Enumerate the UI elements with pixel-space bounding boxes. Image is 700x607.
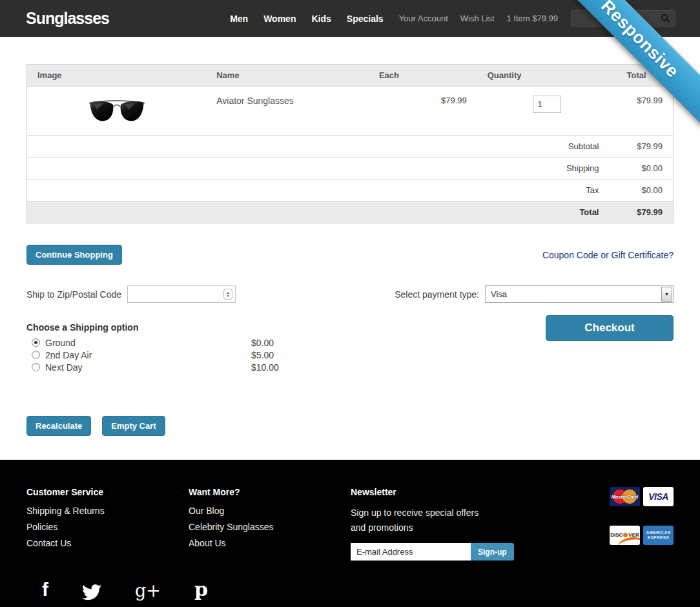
footer-want-more: Want More? Our Blog Celebrity Sunglasses… <box>189 487 351 561</box>
payment-type-label: Select payment type: <box>395 289 479 300</box>
footer-link-shipping-returns[interactable]: Shipping & Returns <box>26 506 189 516</box>
nav-men[interactable]: Men <box>230 14 248 24</box>
subtotal-value: $79.99 <box>616 136 673 158</box>
subtotal-label: Subtotal <box>27 136 617 158</box>
shipping-option-price: $5.00 <box>251 350 298 360</box>
visa-icon: VISA <box>643 487 674 506</box>
shipping-radio-ground[interactable] <box>32 338 40 347</box>
item-total-price: $79.99 <box>616 87 673 136</box>
mastercard-icon: MasterCard <box>610 487 640 506</box>
nav-cart-summary[interactable]: 1 Item $79.99 <box>507 14 559 23</box>
cart-main: Image Name Each Quantity Total <box>0 64 700 436</box>
shipping-option-next-day: Next Day $10.00 <box>26 361 298 373</box>
continue-shopping-button[interactable]: Continue Shopping <box>26 245 122 265</box>
quantity-input[interactable] <box>533 96 561 113</box>
shipping-option-ground: Ground $0.00 <box>26 336 298 349</box>
cart-bottom-buttons: Recalculate Empty Cart <box>26 416 674 436</box>
shipping-radio-next-day[interactable] <box>32 363 40 371</box>
page-footer: Customer Service Shipping & Returns Poli… <box>0 460 700 607</box>
col-header-image: Image <box>27 65 207 87</box>
checkout-button[interactable]: Checkout <box>546 315 674 341</box>
shipping-label: Shipping <box>27 158 617 180</box>
tax-label: Tax <box>27 180 617 201</box>
footer-link-celebrity-sunglasses[interactable]: Celebrity Sunglasses <box>189 522 351 532</box>
newsletter-text: Sign up to receive special offers and pr… <box>351 506 493 535</box>
footer-link-policies[interactable]: Policies <box>26 522 189 532</box>
shipping-option-2nd-day-air: 2nd Day Air $5.00 <box>26 349 298 361</box>
cart-header-row: Image Name Each Quantity Total <box>27 65 674 87</box>
col-header-each: Each <box>369 65 477 87</box>
shipping-row: Shipping $0.00 <box>27 158 674 180</box>
cart-page: Sunglasses Men Women Kids Specials Your … <box>0 0 700 607</box>
shipping-options-title: Choose a Shipping option <box>26 322 298 333</box>
zip-label: Ship to Zip/Postal Code <box>26 289 121 300</box>
footer-customer-service: Customer Service Shipping & Returns Poli… <box>26 487 189 561</box>
product-name[interactable]: Aviator Sunglasses <box>216 94 294 106</box>
payment-type-select[interactable]: Visa ▼ <box>485 285 674 303</box>
select-dropdown-arrow-icon: ▼ <box>661 287 672 302</box>
total-label: Total <box>27 201 617 223</box>
nav-your-account[interactable]: Your Account <box>399 14 448 23</box>
footer-link-contact-us[interactable]: Contact Us <box>26 538 189 548</box>
recalculate-button[interactable]: Recalculate <box>26 416 91 436</box>
shipping-option-price: $0.00 <box>251 338 298 348</box>
social-links: f g+ p <box>26 580 674 601</box>
cart-item-row: Aviator Sunglasses $79.99 $79.99 <box>27 87 674 136</box>
zip-input[interactable] <box>127 285 236 303</box>
shipping-option-label: 2nd Day Air <box>45 350 92 360</box>
pinterest-icon[interactable]: p <box>194 580 208 601</box>
signup-button[interactable]: Sign-up <box>471 543 514 561</box>
american-express-icon: AMERICAN EXPRESS <box>643 526 674 545</box>
google-plus-icon[interactable]: g+ <box>135 580 161 601</box>
discover-icon: DISCVER <box>610 526 640 545</box>
item-each-price: $79.99 <box>369 87 477 136</box>
zip-stepper[interactable]: ▲▼ <box>223 289 232 300</box>
newsletter-title: Newsletter <box>351 487 519 497</box>
total-value: $79.99 <box>616 201 673 223</box>
secondary-nav: Your Account Wish List 1 Item $79.99 <box>399 14 558 23</box>
payment-group: Select payment type: Visa ▼ <box>395 285 674 303</box>
shipping-option-label: Ground <box>45 338 76 348</box>
tax-row: Tax $0.00 <box>27 180 674 201</box>
shipping-radio-2nd-day-air[interactable] <box>32 351 40 359</box>
payment-selected-value: Visa <box>491 289 507 299</box>
shipping-options-block: Choose a Shipping option Ground $0.00 2n… <box>26 322 298 373</box>
nav-women[interactable]: Women <box>263 14 296 24</box>
nav-kids[interactable]: Kids <box>311 14 331 24</box>
zip-group: Ship to Zip/Postal Code ▲▼ <box>26 285 236 303</box>
search-icon <box>661 14 670 23</box>
shipping-payment-row: Ship to Zip/Postal Code ▲▼ Select paymen… <box>26 285 674 303</box>
aviator-sunglasses-image <box>87 97 147 125</box>
shipping-option-label: Next Day <box>45 362 83 373</box>
cart-actions-row: Continue Shopping Coupon Code or Gift Ce… <box>26 245 674 265</box>
nav-specials[interactable]: Specials <box>347 14 384 24</box>
site-logo[interactable]: Sunglasses <box>26 9 109 28</box>
footer-col-title: Customer Service <box>26 487 189 497</box>
email-input[interactable] <box>351 543 471 561</box>
footer-link-about-us[interactable]: About Us <box>189 538 351 548</box>
cart-table: Image Name Each Quantity Total <box>26 64 674 223</box>
tax-value: $0.00 <box>616 180 673 201</box>
primary-nav: Men Women Kids Specials <box>230 14 383 24</box>
shipping-options-checkout-row: Choose a Shipping option Ground $0.00 2n… <box>26 322 674 373</box>
accepted-cards: MasterCard VISA DISCVER AMERICAN EXPRESS <box>610 487 674 561</box>
subtotal-row: Subtotal $79.99 <box>27 136 674 158</box>
twitter-icon[interactable] <box>82 580 101 601</box>
empty-cart-button[interactable]: Empty Cart <box>102 416 165 436</box>
total-row: Total $79.99 <box>27 201 674 223</box>
shipping-value: $0.00 <box>616 158 673 180</box>
col-header-quantity: Quantity <box>477 65 617 87</box>
shipping-option-price: $10.00 <box>251 362 298 373</box>
facebook-icon[interactable]: f <box>42 580 48 601</box>
footer-col-title: Want More? <box>189 487 351 497</box>
footer-newsletter: Newsletter Sign up to receive special of… <box>351 487 519 561</box>
footer-link-our-blog[interactable]: Our Blog <box>189 506 351 516</box>
coupon-gift-certificate-link[interactable]: Coupon Code or Gift Certificate? <box>542 250 674 260</box>
col-header-name: Name <box>206 65 369 87</box>
product-image[interactable] <box>37 96 196 125</box>
nav-wish-list[interactable]: Wish List <box>460 14 495 23</box>
